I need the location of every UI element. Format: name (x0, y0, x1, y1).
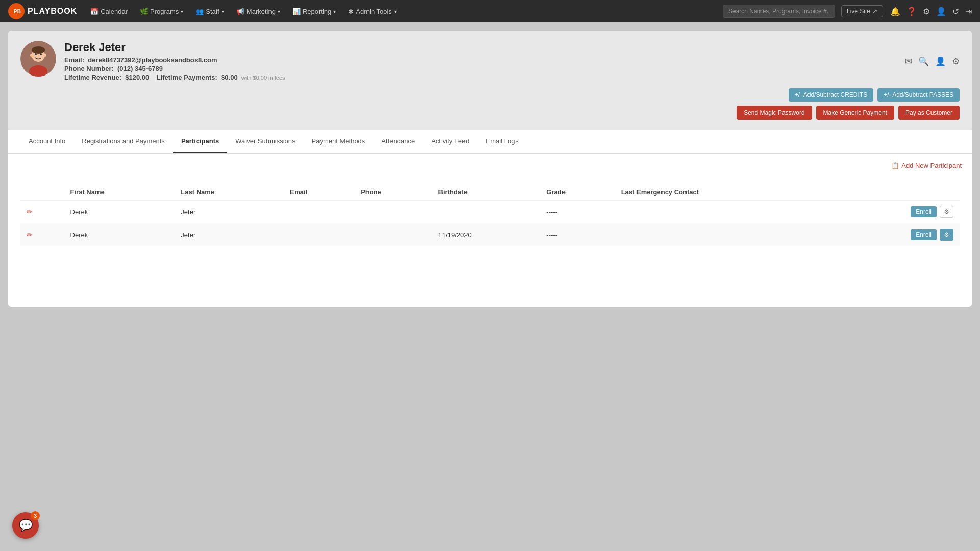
search-input[interactable] (723, 5, 835, 18)
tab-participants[interactable]: Participants (173, 130, 227, 153)
table-body: ✏ Derek Jeter ----- Enroll ⚙ (20, 201, 960, 246)
row-gear-button-active[interactable]: ⚙ (940, 229, 953, 241)
payments-label: Lifetime Payments: (157, 73, 217, 81)
col-phone: Phone (355, 184, 432, 201)
nav-calendar[interactable]: 📅 Calendar (85, 5, 133, 18)
col-birthdate: Birthdate (432, 184, 541, 201)
chevron-down-icon: ▾ (222, 9, 224, 14)
customer-card: Derek Jeter Email: derek84737392@playboo… (8, 31, 972, 130)
card-top-row: Derek Jeter Email: derek84737392@playboo… (20, 41, 960, 82)
settings-icon[interactable]: ⚙ (952, 56, 960, 67)
email-cell (284, 201, 355, 223)
send-magic-password-button[interactable]: Send Magic Password (737, 106, 812, 120)
phone-label: Phone Number: (64, 65, 114, 72)
content-area: 📋 Add New Participant First Name Last Na… (8, 154, 972, 307)
make-generic-payment-button[interactable]: Make Generic Payment (816, 106, 894, 120)
table-row: ✏ Derek Jeter ----- Enroll ⚙ (20, 201, 960, 223)
tab-registrations[interactable]: Registrations and Payments (74, 130, 173, 153)
payments-fees: with $0.00 in fees (241, 74, 285, 81)
col-actions (829, 184, 960, 201)
enroll-button[interactable]: Enroll (911, 229, 937, 240)
birthdate-cell: 11/19/2020 (432, 223, 541, 246)
search-icon[interactable]: 🔍 (918, 56, 929, 67)
svg-point-10 (31, 56, 33, 58)
brand[interactable]: PB PLAYBOOK (8, 3, 77, 19)
tab-payment-methods[interactable]: Payment Methods (304, 130, 374, 153)
nav-reporting[interactable]: 📊 Reporting ▾ (287, 5, 341, 18)
customer-phone: (012) 345-6789 (117, 65, 163, 72)
add-icon: 📋 (891, 162, 899, 169)
table-header: First Name Last Name Email Phone Birthda… (20, 184, 960, 201)
tab-account-info[interactable]: Account Info (20, 130, 74, 153)
customer-name: Derek Jeter (64, 41, 285, 54)
top-card-icons: ✉ 🔍 👤 ⚙ (905, 56, 960, 67)
phone-cell (355, 201, 432, 223)
participants-table: First Name Last Name Email Phone Birthda… (20, 184, 960, 246)
nav-admin-tools[interactable]: ✱ Admin Tools ▾ (343, 5, 402, 18)
row-gear-button[interactable]: ⚙ (940, 206, 953, 218)
programs-icon: 🌿 (140, 8, 148, 15)
emergency-contact-cell (615, 223, 829, 246)
add-passes-button[interactable]: +/- Add/Subtract PASSES (877, 88, 960, 102)
lifetime-payments: $0.00 (221, 73, 238, 81)
enroll-button[interactable]: Enroll (911, 206, 937, 217)
svg-point-7 (43, 54, 46, 57)
pay-as-customer-button[interactable]: Pay as Customer (898, 106, 960, 120)
nav-icons: 🔔 ❓ ⚙ 👤 ↺ ⇥ (890, 7, 972, 16)
navbar: PB PLAYBOOK 📅 Calendar 🌿 Programs ▾ 👥 St… (0, 0, 980, 22)
svg-point-4 (32, 46, 45, 54)
gear-icon[interactable]: ⚙ (923, 7, 930, 16)
tab-email-logs[interactable]: Email Logs (478, 130, 527, 153)
nav-programs[interactable]: 🌿 Programs ▾ (135, 5, 188, 18)
customer-header: Derek Jeter Email: derek84737392@playboo… (20, 41, 285, 82)
phone-cell (355, 223, 432, 246)
email-cell (284, 223, 355, 246)
marketing-icon: 📢 (236, 8, 244, 15)
customer-info: Derek Jeter Email: derek84737392@playboo… (64, 41, 285, 82)
admin-icon: ✱ (348, 8, 354, 15)
tabs: Account Info Registrations and Payments … (20, 130, 960, 153)
chevron-down-icon: ▾ (333, 9, 336, 14)
customer-revenue-line: Lifetime Revenue: $120.00 Lifetime Payme… (64, 73, 285, 81)
live-site-button[interactable]: Live Site ↗ (841, 5, 883, 17)
brand-logo: PB (8, 3, 24, 19)
chevron-down-icon: ▾ (394, 9, 397, 14)
lifetime-revenue: $120.00 (125, 73, 149, 81)
first-name-cell: Derek (64, 223, 175, 246)
user-icon[interactable]: 👤 (936, 7, 946, 16)
staff-icon: 👥 (195, 8, 204, 15)
edit-icon[interactable]: ✏ (27, 231, 33, 239)
section-wrapper: Derek Jeter Email: derek84737392@playboo… (8, 31, 972, 307)
history-icon[interactable]: ↺ (952, 7, 959, 16)
chat-widget[interactable]: 💬 3 (12, 512, 39, 539)
reporting-icon: 📊 (292, 8, 301, 15)
nav-staff[interactable]: 👥 Staff ▾ (190, 5, 229, 18)
person-icon[interactable]: 👤 (935, 56, 946, 67)
add-credits-button[interactable]: +/- Add/Subtract CREDITS (789, 88, 873, 102)
add-new-participant-button[interactable]: 📋 Add New Participant (891, 162, 962, 169)
nav-marketing[interactable]: 📢 Marketing ▾ (231, 5, 285, 18)
edit-icon[interactable]: ✏ (27, 208, 33, 216)
revenue-label: Lifetime Revenue: (64, 73, 121, 81)
help-icon[interactable]: ❓ (906, 7, 917, 16)
mail-icon[interactable]: ✉ (905, 56, 912, 67)
row-actions: Enroll ⚙ (835, 229, 953, 241)
email-label: Email: (64, 56, 84, 64)
chevron-down-icon: ▾ (181, 9, 183, 14)
last-name-cell: Jeter (175, 223, 283, 246)
row-actions: Enroll ⚙ (835, 206, 953, 218)
calendar-icon: 📅 (90, 8, 99, 15)
customer-email-line: Email: derek84737392@playbooksandbox8.co… (64, 56, 285, 64)
col-edit (20, 184, 64, 201)
table-row: ✏ Derek Jeter 11/19/2020 ----- Enroll ⚙ (20, 223, 960, 246)
avatar (20, 41, 56, 77)
customer-email: derek84737392@playbooksandbox8.com (88, 56, 217, 64)
tab-attendance[interactable]: Attendance (373, 130, 423, 153)
tab-activity-feed[interactable]: Activity Feed (423, 130, 477, 153)
bell-icon[interactable]: 🔔 (890, 7, 900, 16)
tab-waiver-submissions[interactable]: Waiver Submissions (227, 130, 303, 153)
col-first-name: First Name (64, 184, 175, 201)
logout-icon[interactable]: ⇥ (965, 7, 972, 16)
tabs-container: Account Info Registrations and Payments … (8, 130, 972, 154)
external-link-icon: ↗ (872, 8, 877, 15)
